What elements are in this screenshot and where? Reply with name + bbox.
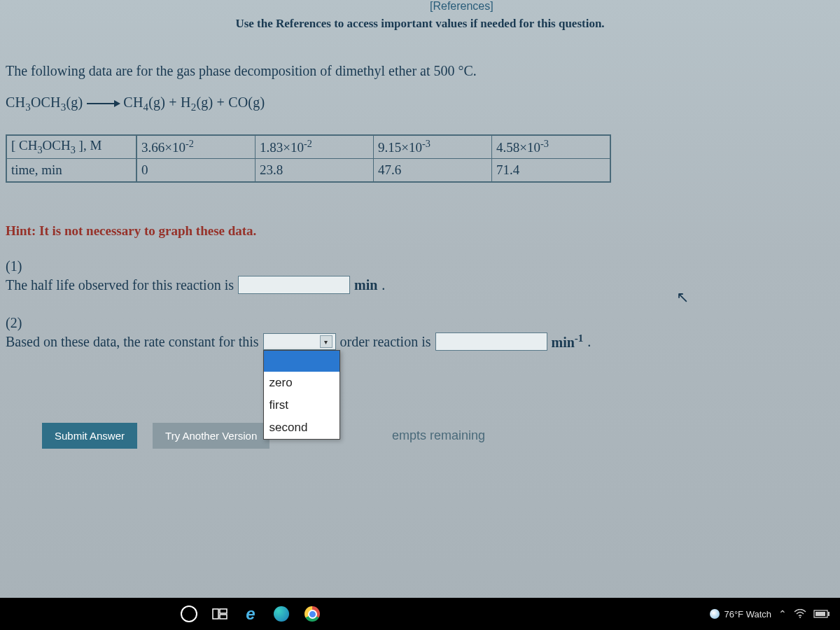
chrome-icon[interactable] — [297, 598, 328, 630]
battery-icon[interactable] — [813, 610, 830, 618]
tray-chevron-up-icon[interactable] — [778, 608, 787, 620]
part1-text: The half life observed for this reaction… — [6, 277, 234, 293]
table-cell: 0 — [136, 159, 255, 183]
cursor-icon: ↖ — [676, 288, 689, 307]
svg-rect-2 — [220, 615, 227, 619]
try-another-version-button[interactable]: Try Another Version — [153, 423, 270, 449]
dropdown-option-second[interactable]: second — [264, 416, 340, 439]
chevron-down-icon: ▾ — [320, 335, 332, 348]
svg-rect-6 — [816, 612, 825, 616]
table-cell: 9.15×10-3 — [374, 135, 492, 159]
edge-icon[interactable] — [266, 598, 297, 630]
part1-unit: min — [354, 277, 377, 293]
dropdown-option-zero[interactable]: zero — [264, 372, 340, 394]
part2-suffix: . — [587, 334, 591, 350]
part2-label: (2) — [6, 315, 834, 331]
taskbar: e 76°F Watch — [0, 598, 840, 630]
half-life-input[interactable] — [238, 276, 350, 294]
weather-text: 76°F Watch — [724, 609, 771, 620]
row-label-time: time, min — [6, 159, 136, 183]
internet-explorer-icon[interactable]: e — [235, 598, 266, 630]
task-view-icon[interactable] — [204, 598, 235, 630]
svg-rect-0 — [213, 609, 218, 619]
table-row: time, min 0 23.8 47.6 71.4 — [6, 159, 610, 183]
table-cell: 71.4 — [492, 159, 611, 183]
part1-label: (1) — [6, 258, 834, 274]
table-cell: 3.66×10-2 — [136, 135, 255, 159]
hint-text: Hint: It is not necessary to graph these… — [6, 223, 834, 239]
order-dropdown[interactable]: zero first second — [263, 350, 340, 440]
part1-suffix: . — [382, 277, 385, 293]
wifi-icon[interactable] — [794, 609, 806, 619]
references-link[interactable]: [References] — [430, 0, 493, 13]
table-cell: 23.8 — [255, 159, 374, 183]
svg-rect-1 — [220, 609, 227, 613]
weather-widget[interactable]: 76°F Watch — [710, 609, 771, 620]
svg-rect-5 — [828, 612, 830, 616]
dropdown-option-first[interactable]: first — [264, 394, 340, 416]
reaction-equation: CH3OCH3(g)CH4(g) + H2(g) + CO(g) — [6, 94, 834, 113]
cortana-icon[interactable] — [174, 598, 204, 630]
table-cell: 47.6 — [374, 159, 492, 183]
attempts-remaining: empts remaining — [392, 428, 485, 443]
table-cell: 4.58×10-3 — [492, 135, 611, 159]
dropdown-option-blank[interactable] — [264, 351, 340, 372]
references-instruction: Use the References to access important v… — [0, 17, 840, 31]
svg-point-3 — [799, 617, 801, 618]
submit-answer-button[interactable]: Submit Answer — [42, 423, 137, 449]
question-intro: The following data are for the gas phase… — [6, 63, 834, 79]
part2-text-mid: order reaction is — [340, 334, 431, 350]
part2-unit-sup: -1 — [575, 332, 584, 344]
row-label-concentration: [ CH3OCH3 ], M — [6, 135, 136, 159]
rate-constant-input[interactable] — [435, 332, 547, 351]
order-select[interactable]: ▾ — [263, 333, 336, 350]
part2-text-before: Based on these data, the rate constant f… — [6, 334, 259, 350]
table-cell: 1.83×10-2 — [255, 135, 374, 159]
data-table: [ CH3OCH3 ], M 3.66×10-2 1.83×10-2 9.15×… — [6, 134, 611, 183]
part2-unit: min — [552, 335, 575, 350]
weather-icon — [710, 609, 720, 619]
table-row: [ CH3OCH3 ], M 3.66×10-2 1.83×10-2 9.15×… — [6, 135, 610, 159]
arrow-icon — [87, 99, 119, 108]
